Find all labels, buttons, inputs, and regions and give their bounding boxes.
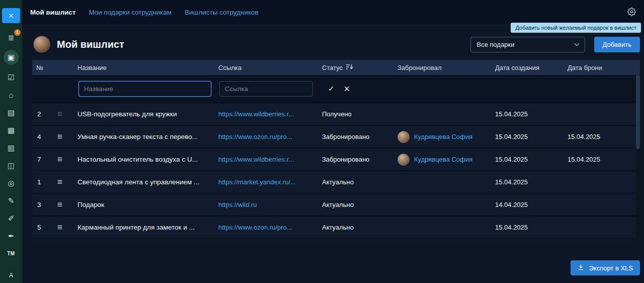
gift-name: Умная ручка-сканер текста с перево... <box>77 133 218 140</box>
gift-status: Актуально <box>322 201 397 208</box>
row-number: 3 <box>32 201 57 208</box>
ink-icon: ✒ <box>8 232 15 241</box>
tasks-icon: ≣ <box>8 33 15 42</box>
export-xls-label: Экспорт в XLS <box>589 264 633 272</box>
sidebar-item-company[interactable]: ⌂ <box>4 90 19 100</box>
company-icon: ⌂ <box>9 91 13 99</box>
tab-employee-wishlists[interactable]: Вишлисты сотрудников <box>185 9 259 16</box>
row-number: 2 <box>32 110 57 118</box>
gift-status: Получено <box>322 110 397 118</box>
sidebar-item-pencil[interactable]: ✐ <box>4 213 19 224</box>
table-row[interactable]: 4 ≡ Умная ручка-сканер текста с перево..… <box>32 126 640 149</box>
header-actions: Все подарки Добавить <box>470 37 640 52</box>
reserver-name[interactable]: Кудрявцева София <box>414 133 472 140</box>
sidebar-item-delivery[interactable]: ▦ <box>4 125 19 135</box>
created-date: 15.04.2025 <box>495 156 568 163</box>
apply-filter-icon[interactable]: ✓ <box>328 84 335 93</box>
settings-button[interactable] <box>627 8 636 18</box>
gift-status: Забронировано <box>322 133 397 140</box>
gift-name: Настольный очиститель воздуха с U... <box>77 156 218 163</box>
scrollbar-thumb[interactable] <box>636 75 640 149</box>
table-scrollbar[interactable] <box>636 75 640 239</box>
drag-handle-icon[interactable]: ≡ <box>57 109 77 119</box>
table-row[interactable]: 7 ≡ Настольный очиститель воздуха с U...… <box>32 149 640 171</box>
row-number: 1 <box>32 178 57 186</box>
add-gift-button[interactable]: Добавить <box>594 37 640 52</box>
created-date: 14.04.2025 <box>495 201 568 208</box>
column-reserver[interactable]: Забронировал <box>397 64 495 72</box>
column-status-label: Статус <box>322 64 343 72</box>
gift-name: Светодиодная лента с управлением ... <box>77 178 218 186</box>
gear-icon <box>627 8 636 18</box>
table-body: 2 ≡ USB-подогреватель для кружки https:/… <box>32 103 640 239</box>
reserver-name[interactable]: Кудрявцева София <box>414 156 472 163</box>
tab-my-wishlist[interactable]: Мой вишлист <box>30 9 75 16</box>
gift-link[interactable]: https://market.yandex.ru/... <box>218 178 296 186</box>
page-header: Мой вишлист Все подарки Добавить <box>33 36 640 53</box>
row-number: 7 <box>32 156 57 163</box>
gift-link[interactable]: https://www.wildberries.r... <box>218 110 294 118</box>
sidebar-item-review[interactable]: ✎ <box>4 195 19 206</box>
pencil-icon: ✐ <box>8 214 15 223</box>
drag-handle-icon[interactable]: ≡ <box>57 155 77 165</box>
table-row[interactable]: 5 ≡ Карманный принтер для заметок и ... … <box>32 217 640 239</box>
created-date: 15.04.2025 <box>495 178 568 186</box>
gift-filter-select[interactable]: Все подарки <box>470 37 585 52</box>
drag-handle-icon[interactable]: ≡ <box>57 177 77 187</box>
sidebar-item-tasks[interactable]: ≣ 1 <box>4 32 19 43</box>
column-created[interactable]: Дата создания <box>495 64 568 72</box>
sidebar: × ≣ 1 ▣ ☑ ⌂ ▤ ▦ ▥ ◫ ◎ ✎ ✐ ✒ TM A <box>0 0 22 283</box>
reserver-cell: Кудрявцева София <box>397 131 495 143</box>
column-number[interactable]: № <box>32 64 57 72</box>
clear-filter-icon[interactable]: × <box>344 84 350 94</box>
gift-link[interactable]: https://www.ozon.ru/pro... <box>218 224 292 231</box>
gift-link[interactable]: https://www.wildberries.r... <box>218 156 294 163</box>
gift-status: Актуально <box>322 178 397 186</box>
export-xls-button[interactable]: Экспорт в XLS <box>571 260 640 275</box>
sort-icon[interactable] <box>346 64 353 72</box>
profile-label[interactable]: A <box>9 272 13 279</box>
tm-label: TM <box>7 251 15 256</box>
sidebar-item-tm[interactable]: TM <box>4 248 19 259</box>
gift-name: Подарок <box>77 201 218 208</box>
drag-handle-icon[interactable]: ≡ <box>57 132 77 142</box>
drag-handle-icon[interactable]: ≡ <box>57 223 77 233</box>
sidebar-item-goals[interactable]: ◎ <box>4 178 19 188</box>
sidebar-item-documents[interactable]: ▤ <box>4 107 19 118</box>
drag-handle-icon[interactable]: ≡ <box>57 200 77 210</box>
sidebar-item-approvals[interactable]: ☑ <box>4 72 19 83</box>
sidebar-items: ≣ 1 ▣ ☑ ⌂ ▤ ▦ ▥ ◫ ◎ ✎ ✐ ✒ TM <box>4 32 19 259</box>
tab-my-gifts[interactable]: Мои подарки сотрудникам <box>89 9 172 16</box>
goals-icon: ◎ <box>8 179 14 188</box>
documents-icon: ▤ <box>8 108 15 117</box>
gift-link[interactable]: https://wild.ru <box>218 201 257 208</box>
gift-filter-value: Все подарки <box>477 41 515 48</box>
approvals-icon: ☑ <box>8 73 14 82</box>
sidebar-item-plans[interactable]: ▥ <box>4 143 19 153</box>
download-icon <box>578 264 584 272</box>
main-area: Мой вишлист Мои подарки сотрудникам Вишл… <box>22 0 644 283</box>
notification-badge: 1 <box>14 29 21 36</box>
wishlist-icon: ▣ <box>8 53 15 62</box>
column-name[interactable]: Название <box>77 64 218 72</box>
table-row[interactable]: 1 ≡ Светодиодная лента с управлением ...… <box>32 171 640 194</box>
sidebar-item-ink[interactable]: ✒ <box>4 231 19 241</box>
column-reserve-date[interactable]: Дата брони <box>568 64 640 72</box>
sidebar-item-wishlist[interactable]: ▣ <box>4 50 19 65</box>
chevron-down-icon <box>574 41 579 46</box>
top-navigation: Мой вишлист Мои подарки сотрудникам Вишл… <box>22 0 644 25</box>
link-filter-input[interactable] <box>219 81 313 97</box>
table-row[interactable]: 2 ≡ USB-подогреватель для кружки https:/… <box>32 103 640 126</box>
reserve-date: 15.04.2025 <box>568 133 640 140</box>
gift-status: Забронировано <box>322 156 397 163</box>
reserve-date: 15.04.2025 <box>568 156 640 163</box>
gift-link[interactable]: https://www.ozon.ru/pro... <box>218 133 292 140</box>
name-filter-input[interactable] <box>78 81 211 97</box>
table-row[interactable]: 3 ≡ Подарок https://wild.ru Актуально 14… <box>32 194 640 217</box>
column-link[interactable]: Ссылка <box>218 64 322 72</box>
sidebar-item-stats[interactable]: ◫ <box>4 160 19 171</box>
filter-actions: ✓ × <box>322 84 397 94</box>
user-avatar <box>33 36 50 53</box>
column-status[interactable]: Статус <box>322 64 397 72</box>
close-button[interactable]: × <box>2 8 20 23</box>
